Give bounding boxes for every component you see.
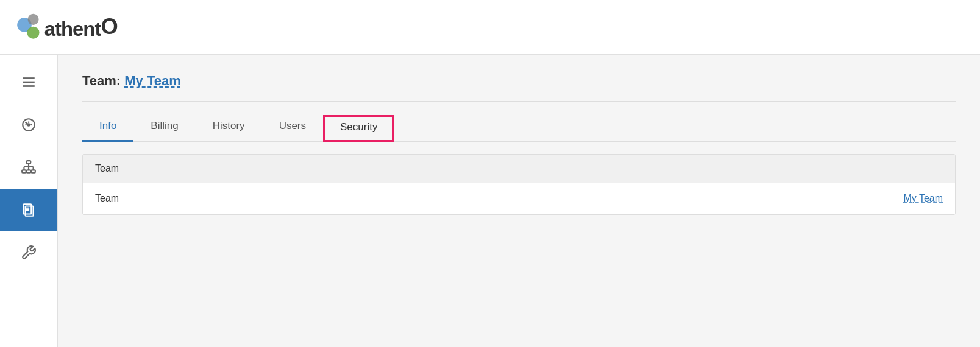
sidebar [0, 55, 58, 347]
documents-icon [21, 202, 37, 218]
logo-svg: athentO [12, 9, 134, 46]
row-label: Team [95, 193, 119, 204]
tools-icon [21, 245, 37, 261]
title-link[interactable]: My Team [124, 73, 181, 88]
sidebar-item-dashboard[interactable] [0, 103, 57, 146]
hamburger-icon [21, 74, 37, 90]
svg-rect-9 [27, 161, 31, 163]
sidebar-item-hierarchy[interactable] [0, 146, 57, 189]
svg-rect-10 [22, 170, 26, 172]
main-layout: Team: My Team Info Billing History Users… [0, 55, 980, 347]
svg-rect-12 [31, 170, 35, 172]
svg-point-2 [27, 26, 40, 38]
page-title: Team: My Team [82, 73, 956, 89]
svg-rect-11 [27, 170, 31, 172]
tabs-container: Info Billing History Users Security [82, 114, 956, 142]
hierarchy-icon [21, 159, 37, 175]
svg-point-8 [27, 124, 29, 125]
svg-point-1 [27, 13, 38, 24]
table-row: Team My Team [83, 183, 955, 214]
tab-info[interactable]: Info [82, 114, 133, 141]
app-header: athentO [0, 0, 980, 55]
svg-text:athentO: athentO [44, 14, 118, 40]
table-header: Team [83, 155, 955, 183]
tab-security[interactable]: Security [323, 115, 394, 142]
sidebar-item-documents[interactable] [0, 189, 57, 231]
sidebar-item-menu[interactable] [0, 61, 57, 103]
sidebar-item-tools[interactable] [0, 231, 57, 274]
table-section: Team Team My Team [82, 154, 956, 215]
logo: athentO [12, 9, 134, 46]
gauge-icon [21, 117, 37, 133]
tab-history[interactable]: History [196, 114, 262, 141]
content-area: Team: My Team Info Billing History Users… [58, 55, 980, 347]
tab-users[interactable]: Users [262, 114, 323, 141]
row-value[interactable]: My Team [903, 193, 943, 204]
table-header-label: Team [95, 163, 119, 174]
title-prefix: Team: [82, 73, 124, 88]
tab-billing[interactable]: Billing [133, 114, 195, 141]
title-divider [82, 101, 956, 102]
